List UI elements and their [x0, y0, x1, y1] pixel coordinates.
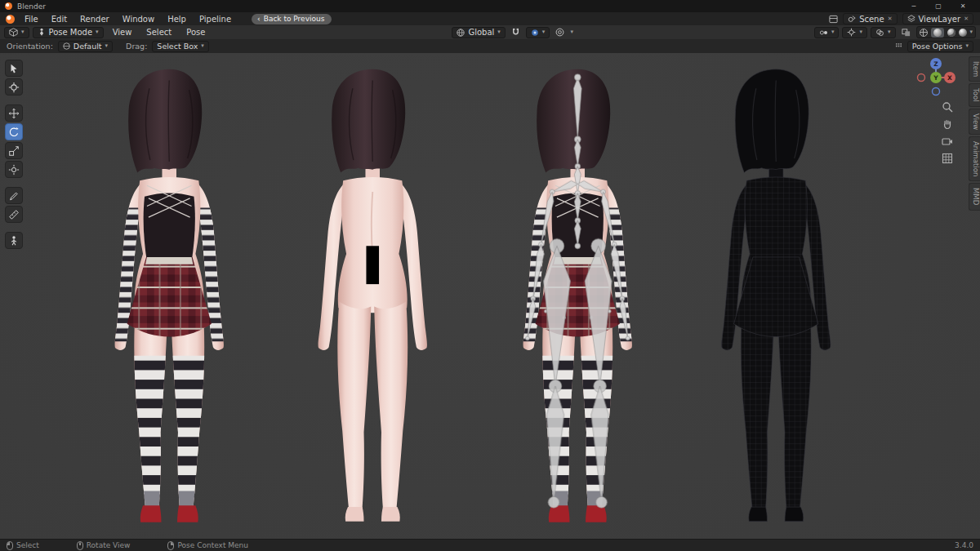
tool-scale[interactable] — [5, 142, 23, 159]
magnet-icon — [511, 28, 520, 37]
proportional-editing-button[interactable] — [553, 26, 567, 38]
chevron-down-icon: ▾ — [859, 29, 862, 35]
menu-edit[interactable]: Edit — [46, 12, 73, 25]
hand-icon — [942, 118, 953, 130]
scene-selector[interactable]: Scene ✕ — [843, 13, 897, 24]
proportional-circle-icon — [555, 28, 564, 37]
xray-toggle-button[interactable] — [899, 26, 913, 38]
tab-item[interactable]: Item — [969, 56, 980, 82]
snap-toggle-button[interactable] — [509, 26, 523, 38]
tool-pose-breakdowner[interactable] — [5, 232, 23, 249]
pose-mode-icon — [38, 28, 46, 37]
neg-x-axis-ball[interactable] — [918, 74, 925, 82]
tool-rotate[interactable] — [5, 123, 23, 140]
viewlayer-close-icon[interactable]: ✕ — [964, 16, 969, 22]
editor-type-button[interactable]: ▾ — [4, 27, 29, 38]
tab-view[interactable]: View — [969, 109, 980, 135]
mouse-right-icon — [167, 541, 174, 550]
menu-view[interactable]: View — [107, 25, 138, 39]
neg-z-axis-ball[interactable] — [933, 88, 940, 96]
title-bar: Blender ─ ▢ ✕ — [0, 0, 980, 12]
menu-file[interactable]: File — [19, 12, 44, 25]
visibility-icon — [819, 29, 828, 37]
drag-setting-dropdown[interactable]: Select Box ▾ — [152, 41, 209, 52]
overlays-icon — [875, 29, 884, 37]
wireframe-shading-button[interactable] — [920, 29, 928, 37]
menu-window[interactable]: Window — [117, 12, 160, 25]
viewlayer-name: ViewLayer — [919, 15, 961, 24]
navigation-gizmo[interactable]: Z Y X — [913, 55, 959, 100]
model-body-nude[interactable] — [318, 69, 427, 522]
model-clothed[interactable] — [115, 69, 224, 522]
x-axis-label: X — [947, 74, 952, 82]
back-to-previous-button[interactable]: ‹Back to Previous — [252, 14, 332, 24]
tool-cursor[interactable] — [5, 78, 23, 96]
hint-pose-context-menu-label: Pose Context Menu — [177, 541, 248, 549]
orientation-icon — [63, 42, 70, 50]
minimize-button[interactable]: ─ — [902, 0, 926, 12]
screen-layout-icon[interactable] — [829, 15, 838, 24]
scene-close-icon[interactable]: ✕ — [888, 16, 893, 22]
rendered-shading-button[interactable] — [959, 29, 967, 37]
scene-name: Scene — [859, 15, 884, 24]
mode-dropdown[interactable]: Pose Mode ▾ — [33, 27, 104, 38]
tab-mmd[interactable]: MMD — [969, 183, 980, 210]
drag-setting-label: Drag: — [126, 42, 147, 51]
options-grid-icon[interactable] — [895, 42, 902, 50]
zoom-control[interactable] — [941, 100, 954, 113]
scene-icon — [848, 15, 856, 23]
top-menu-bar: File Edit Render Window Help Pipeline ‹B… — [0, 12, 980, 25]
hint-select-label: Select — [16, 541, 39, 549]
mouse-middle-icon — [77, 541, 83, 550]
blender-menu-icon[interactable] — [6, 15, 15, 24]
chevron-down-icon: ▾ — [21, 29, 24, 35]
orientation-label: Global — [468, 28, 494, 37]
menu-pipeline[interactable]: Pipeline — [194, 12, 237, 25]
cursor-icon — [8, 82, 20, 93]
model-with-armature[interactable] — [523, 69, 632, 522]
gizmos-dropdown[interactable]: ▾ — [842, 27, 867, 38]
tool-settings-bar: Orientation: Default ▾ Drag: Select Box … — [0, 39, 980, 53]
orientation-setting-label: Orientation: — [7, 42, 53, 51]
gizmo-icon — [847, 28, 856, 37]
show-object-types-dropdown[interactable]: ▾ — [814, 27, 840, 38]
snap-increment-icon — [531, 29, 539, 37]
close-button[interactable]: ✕ — [951, 0, 975, 12]
chevron-down-icon[interactable]: ▾ — [970, 29, 973, 35]
tool-measure[interactable] — [5, 206, 23, 223]
maximize-button[interactable]: ▢ — [926, 0, 951, 12]
viewport-controls — [941, 100, 954, 165]
menu-select[interactable]: Select — [140, 25, 177, 39]
pan-control[interactable] — [941, 118, 954, 131]
model-wireframe[interactable] — [722, 69, 831, 522]
tool-move[interactable] — [5, 104, 23, 122]
snap-settings-dropdown[interactable]: ▾ — [526, 27, 550, 38]
camera-icon — [942, 136, 953, 146]
solid-shading-button[interactable] — [931, 28, 944, 38]
menu-render[interactable]: Render — [74, 12, 115, 25]
viewlayer-selector[interactable]: ViewLayer ✕ — [902, 13, 974, 24]
mouse-left-icon — [7, 541, 13, 550]
blender-version: 3.4.0 — [955, 541, 973, 549]
tool-transform[interactable] — [5, 161, 23, 178]
orientation-setting-dropdown[interactable]: Default ▾ — [58, 41, 113, 52]
hint-pose-context-menu: Pose Context Menu — [167, 541, 248, 550]
chevron-down-icon[interactable]: ▾ — [570, 29, 573, 35]
3d-viewport[interactable]: Z Y X Item Tool View Animation MMD — [0, 53, 980, 540]
overlays-dropdown[interactable]: ▾ — [871, 27, 896, 38]
chevron-down-icon: ▾ — [497, 29, 501, 35]
menu-help[interactable]: Help — [162, 12, 192, 25]
orientation-value: Default — [74, 42, 102, 51]
transform-orientation-dropdown[interactable]: Global ▾ — [452, 27, 505, 38]
tool-annotate[interactable] — [5, 187, 23, 204]
tool-select-box[interactable] — [5, 60, 23, 77]
menu-pose[interactable]: Pose — [180, 25, 211, 39]
chevron-down-icon: ▾ — [105, 43, 109, 49]
material-preview-button[interactable] — [947, 29, 956, 37]
tab-tool[interactable]: Tool — [969, 83, 980, 107]
mode-label: Pose Mode — [49, 28, 93, 37]
pose-options-dropdown[interactable]: Pose Options ▾ — [907, 41, 973, 52]
perspective-toggle-control[interactable] — [941, 152, 954, 165]
camera-view-control[interactable] — [941, 135, 954, 148]
tab-animation[interactable]: Animation — [969, 136, 980, 181]
